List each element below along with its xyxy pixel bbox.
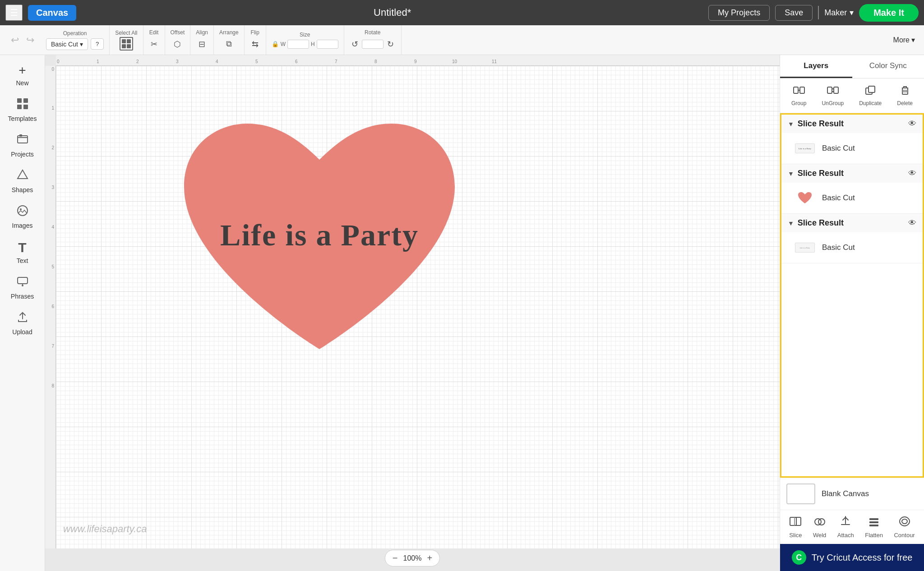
undo-button[interactable]: ↩ bbox=[8, 33, 22, 47]
text-thumbnail-3: Life is a Party bbox=[795, 243, 815, 253]
weld-icon bbox=[813, 516, 826, 530]
layer-tools: Group UnGroup bbox=[780, 78, 924, 113]
ruler-mark-1: 1 bbox=[97, 59, 99, 64]
svg-rect-9 bbox=[18, 277, 28, 284]
text-icon: T bbox=[18, 240, 26, 255]
more-button[interactable]: More ▾ bbox=[889, 34, 919, 46]
slice-item-1[interactable]: Life is a Party Basic Cut bbox=[781, 133, 923, 164]
save-button[interactable]: Save bbox=[775, 5, 813, 21]
rotate-cw-button[interactable]: ↻ bbox=[385, 37, 396, 51]
visibility-icon-3[interactable]: 👁 bbox=[908, 218, 916, 228]
v-ruler-mark-1: 1 bbox=[51, 106, 54, 111]
edit-button[interactable]: ✂ bbox=[149, 37, 159, 51]
arrange-button[interactable]: ⧉ bbox=[224, 37, 234, 51]
ruler-mark-7: 7 bbox=[335, 59, 337, 64]
slice-group-3: ▼ Slice Result 👁 Life is a Party Basic C… bbox=[781, 214, 923, 263]
rotate-label: Rotate bbox=[365, 29, 380, 36]
ungroup-icon bbox=[827, 85, 839, 98]
align-label: Align bbox=[196, 29, 208, 36]
slice-tool[interactable]: Slice bbox=[785, 514, 806, 540]
height-input[interactable] bbox=[317, 40, 338, 49]
visibility-icon-1[interactable]: 👁 bbox=[908, 119, 916, 129]
delete-tool[interactable]: Delete bbox=[892, 83, 918, 108]
ruler-mark-11: 11 bbox=[492, 59, 497, 64]
heart-svg: Life is a Party bbox=[157, 97, 482, 376]
canvas-grid[interactable]: Life is a Party bbox=[56, 66, 780, 548]
blank-canvas-preview bbox=[786, 484, 815, 504]
menu-icon[interactable]: ☰ bbox=[5, 5, 23, 21]
rotate-section: Rotate ↺ ↻ bbox=[344, 25, 402, 55]
duplicate-tool[interactable]: Duplicate bbox=[854, 83, 887, 108]
svg-rect-13 bbox=[800, 87, 804, 93]
offset-button[interactable]: ⬡ bbox=[172, 37, 183, 51]
flatten-tool-label: Flatten bbox=[865, 532, 883, 539]
sidebar-item-shapes[interactable]: Shapes bbox=[2, 164, 43, 198]
rotate-input[interactable] bbox=[362, 40, 383, 49]
grid-dot bbox=[127, 44, 131, 48]
sidebar-item-label: Shapes bbox=[12, 186, 33, 193]
slice-item-3[interactable]: Life is a Party Basic Cut bbox=[781, 232, 923, 263]
select-all-section: Select All bbox=[110, 25, 143, 55]
svg-rect-5 bbox=[19, 134, 22, 137]
slice-header-3[interactable]: ▼ Slice Result 👁 bbox=[781, 214, 923, 232]
sidebar-item-upload[interactable]: Upload bbox=[2, 306, 43, 340]
redo-button[interactable]: ↪ bbox=[23, 33, 37, 47]
sidebar: + New Templates Proje bbox=[0, 55, 45, 571]
slice-item-2[interactable]: Basic Cut bbox=[781, 183, 923, 213]
slice-item-label-3: Basic Cut bbox=[822, 243, 855, 252]
group-tool[interactable]: Group bbox=[786, 83, 812, 108]
sidebar-item-text[interactable]: T Text bbox=[2, 235, 43, 269]
grid-dot bbox=[127, 39, 131, 43]
zoom-out-button[interactable]: − bbox=[393, 553, 398, 563]
slice-header-2[interactable]: ▼ Slice Result 👁 bbox=[781, 164, 923, 183]
select-all-button[interactable] bbox=[120, 37, 133, 51]
svg-point-8 bbox=[20, 208, 22, 210]
zoom-level: 100% bbox=[403, 554, 422, 562]
zoom-in-button[interactable]: + bbox=[427, 553, 432, 563]
sidebar-item-projects[interactable]: Projects bbox=[2, 129, 43, 162]
align-button[interactable]: ⊟ bbox=[197, 37, 207, 51]
width-input[interactable] bbox=[287, 40, 309, 49]
group-label: Group bbox=[791, 100, 806, 106]
ungroup-tool[interactable]: UnGroup bbox=[816, 83, 849, 108]
panel-tabs: Layers Color Sync bbox=[780, 55, 924, 78]
sidebar-item-phrases[interactable]: Phrases bbox=[2, 271, 43, 304]
sidebar-item-images[interactable]: Images bbox=[2, 200, 43, 234]
size-label: Size bbox=[300, 32, 310, 38]
weld-tool[interactable]: Weld bbox=[808, 514, 831, 540]
contour-tool[interactable]: Contour bbox=[889, 514, 919, 540]
upload-icon bbox=[16, 311, 29, 327]
svg-point-10 bbox=[22, 285, 23, 286]
sidebar-item-new[interactable]: + New bbox=[2, 59, 43, 91]
arrange-section: Arrange ⧉ bbox=[214, 25, 245, 55]
v-ruler-mark-8: 8 bbox=[51, 383, 54, 388]
attach-tool[interactable]: Attach bbox=[833, 514, 859, 540]
duplicate-label: Duplicate bbox=[859, 100, 882, 106]
canvas-area[interactable]: 0 1 2 3 4 5 6 7 8 9 10 11 0 1 2 3 4 5 6 … bbox=[45, 55, 780, 571]
right-panel: Layers Color Sync Group bbox=[780, 55, 924, 571]
operation-dropdown[interactable]: Basic Cut ▾ bbox=[46, 38, 88, 50]
v-ruler-mark-6: 6 bbox=[51, 304, 54, 309]
rotate-ccw-button[interactable]: ↺ bbox=[350, 37, 360, 51]
my-projects-button[interactable]: My Projects bbox=[708, 5, 770, 21]
ruler-mark-10: 10 bbox=[452, 59, 457, 64]
tab-layers[interactable]: Layers bbox=[780, 55, 852, 78]
make-it-button[interactable]: Make It bbox=[859, 4, 919, 22]
heart-design[interactable]: Life is a Party bbox=[157, 97, 482, 376]
v-ruler-mark-4: 4 bbox=[51, 225, 54, 230]
slice-header-1[interactable]: ▼ Slice Result 👁 bbox=[781, 115, 923, 133]
svg-point-7 bbox=[18, 206, 28, 216]
cricut-access-banner[interactable]: C Try Cricut Access for free bbox=[780, 544, 924, 571]
text-thumbnail-1: Life is a Party bbox=[795, 143, 815, 153]
slice-tool-label: Slice bbox=[789, 532, 802, 539]
tab-color-sync[interactable]: Color Sync bbox=[852, 55, 924, 78]
help-button[interactable]: ? bbox=[91, 38, 104, 50]
flip-button[interactable]: ⇆ bbox=[250, 37, 260, 51]
sidebar-item-templates[interactable]: Templates bbox=[2, 93, 43, 127]
w-label: W bbox=[281, 41, 286, 47]
visibility-icon-2[interactable]: 👁 bbox=[908, 169, 916, 178]
delete-icon bbox=[899, 85, 911, 98]
flatten-tool[interactable]: Flatten bbox=[860, 514, 887, 540]
maker-selector[interactable]: Maker ▾ bbox=[824, 8, 854, 18]
canvas-button[interactable]: Canvas bbox=[28, 5, 76, 21]
